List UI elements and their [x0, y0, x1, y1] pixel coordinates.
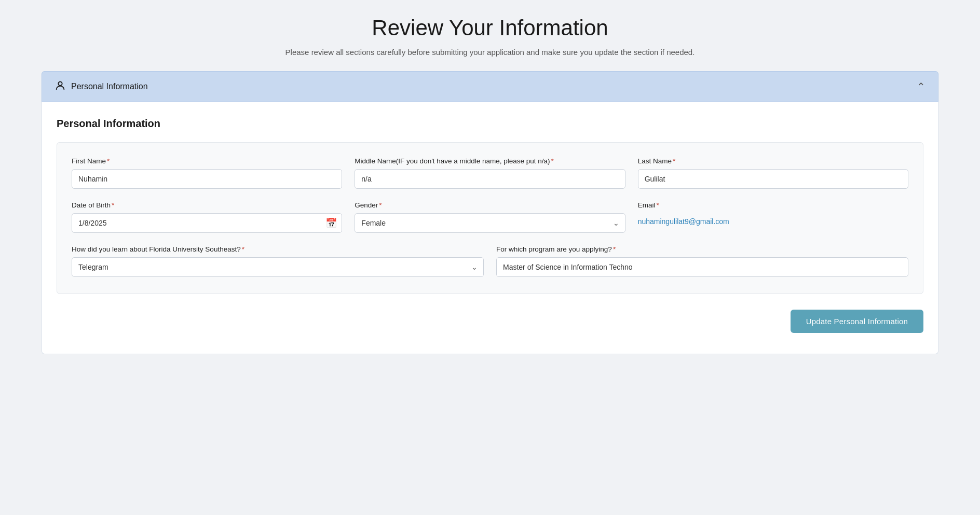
- last-name-input[interactable]: [638, 169, 908, 189]
- email-required: *: [656, 201, 659, 209]
- last-name-required: *: [673, 157, 675, 165]
- chevron-up-icon[interactable]: ⌃: [917, 80, 925, 93]
- learn-select-wrapper: Telegram Facebook Instagram Twitter Frie…: [72, 257, 484, 277]
- svg-point-0: [58, 82, 62, 86]
- middle-name-group: Middle Name(IF you don't have a middle n…: [355, 157, 625, 189]
- form-card: First Name* Middle Name(IF you don't hav…: [57, 142, 923, 294]
- gender-label: Gender*: [355, 201, 625, 209]
- first-name-input[interactable]: [72, 169, 342, 189]
- section-body: Personal Information First Name* Middle …: [42, 102, 938, 354]
- gender-required: *: [379, 201, 382, 209]
- program-required: *: [613, 245, 616, 253]
- form-row-3: How did you learn about Florida Universi…: [72, 245, 908, 277]
- page-title: Review Your Information: [42, 16, 938, 40]
- last-name-label: Last Name*: [638, 157, 908, 165]
- middle-name-input[interactable]: [355, 169, 625, 189]
- email-group: Email* nuhamingulilat9@gmail.com: [638, 201, 908, 233]
- first-name-required: *: [107, 157, 110, 165]
- form-row-2: Date of Birth* 📅 Gender* Female Male: [72, 201, 908, 233]
- learn-required: *: [242, 245, 244, 253]
- section-header-left: Personal Information: [55, 80, 148, 93]
- bottom-bar: Update Personal Information: [57, 310, 923, 333]
- section-header-label: Personal Information: [71, 82, 148, 91]
- email-label: Email*: [638, 201, 908, 209]
- middle-name-label: Middle Name(IF you don't have a middle n…: [355, 157, 625, 165]
- dob-required: *: [112, 201, 114, 209]
- calendar-icon[interactable]: 📅: [325, 217, 337, 229]
- first-name-group: First Name*: [72, 157, 342, 189]
- gender-group: Gender* Female Male Non-binary Other Pre…: [355, 201, 625, 233]
- gender-select[interactable]: Female Male Non-binary Other Prefer not …: [355, 213, 625, 233]
- dob-input[interactable]: [72, 213, 342, 233]
- gender-select-wrapper: Female Male Non-binary Other Prefer not …: [355, 213, 625, 233]
- first-name-label: First Name*: [72, 157, 342, 165]
- last-name-group: Last Name*: [638, 157, 908, 189]
- email-value: nuhamingulilat9@gmail.com: [638, 213, 908, 226]
- section-header[interactable]: Personal Information ⌃: [42, 71, 938, 102]
- update-personal-info-button[interactable]: Update Personal Information: [791, 310, 923, 333]
- learn-group: How did you learn about Florida Universi…: [72, 245, 484, 277]
- person-icon: [55, 80, 66, 93]
- section-body-title: Personal Information: [57, 118, 923, 130]
- learn-select[interactable]: Telegram Facebook Instagram Twitter Frie…: [72, 257, 484, 277]
- program-group: For which program are you applying?*: [496, 245, 908, 277]
- page-subtitle: Please review all sections carefully bef…: [42, 48, 938, 57]
- personal-info-section: Personal Information ⌃ Personal Informat…: [42, 71, 938, 354]
- middle-name-required: *: [551, 157, 554, 165]
- dob-group: Date of Birth* 📅: [72, 201, 342, 233]
- dob-label: Date of Birth*: [72, 201, 342, 209]
- learn-label: How did you learn about Florida Universi…: [72, 245, 484, 253]
- program-input[interactable]: [496, 257, 908, 277]
- program-label: For which program are you applying?*: [496, 245, 908, 253]
- date-input-wrapper: 📅: [72, 213, 342, 233]
- form-row-1: First Name* Middle Name(IF you don't hav…: [72, 157, 908, 189]
